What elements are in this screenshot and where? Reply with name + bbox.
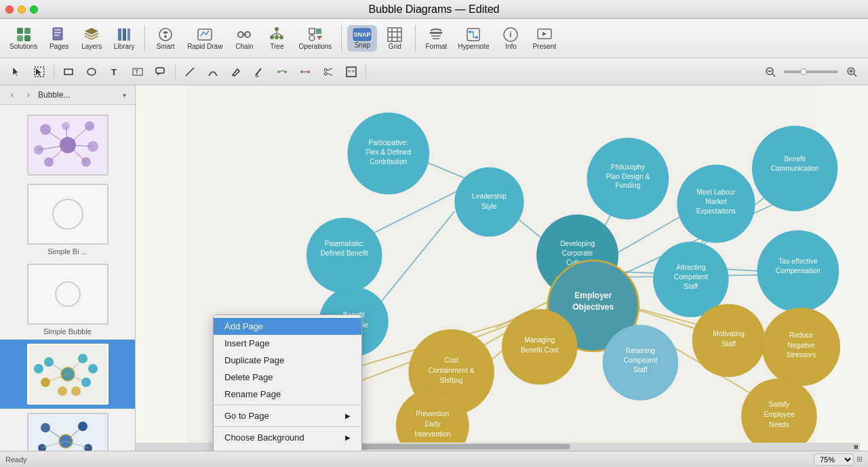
svg-point-42 [475, 36, 478, 39]
rapiddraw-button[interactable]: Rapid Draw [183, 24, 226, 53]
panel-dropdown-button[interactable]: ▾ [119, 89, 130, 100]
menu-choose-background[interactable]: Choose Background ▶ [214, 429, 361, 446]
select-tool[interactable] [5, 62, 27, 81]
menu-insert-page[interactable]: Insert Page [214, 335, 361, 352]
svg-point-15 [164, 35, 167, 38]
svg-line-69 [772, 74, 775, 77]
svg-rect-36 [388, 28, 401, 41]
smart-button[interactable]: Smart [151, 24, 180, 53]
svg-rect-7 [54, 35, 59, 36]
library-button[interactable]: Library [109, 24, 139, 53]
svg-text:Philosophy: Philosophy [611, 163, 646, 171]
pen-tool[interactable] [225, 62, 247, 81]
text-tool[interactable]: T [104, 62, 125, 81]
svg-rect-93 [28, 265, 107, 323]
panel-next-button[interactable]: › [22, 88, 35, 102]
context-menu: Add Page Insert Page Duplicate Page Dele… [213, 314, 362, 451]
hypernote-button[interactable]: Hypernote [454, 24, 493, 53]
svg-text:Style: Style [481, 203, 497, 210]
chain-icon [236, 26, 252, 43]
zoom-select[interactable]: 75% 100% 50% 125% 150% [814, 453, 854, 466]
menu-set-as-background[interactable]: Set as Background for ▶ [214, 446, 361, 451]
brush-tool[interactable] [248, 62, 270, 81]
subselect-tool[interactable] [28, 62, 50, 81]
chain-button[interactable]: Chain [229, 24, 259, 53]
svg-rect-1 [24, 28, 31, 34]
operations-icon [307, 26, 323, 43]
arc-tool[interactable] [202, 62, 224, 81]
callout-tool[interactable] [150, 62, 172, 81]
svg-text:Employer: Employer [574, 291, 612, 300]
svg-rect-27 [309, 28, 315, 34]
svg-text:Plan Design &: Plan Design & [606, 173, 650, 180]
menu-go-to-page[interactable]: Go to Page ▶ [214, 407, 361, 424]
page-thumbnail-5[interactable] [0, 409, 135, 451]
rect-tool[interactable] [58, 62, 79, 81]
pages-button[interactable]: Pages [44, 24, 74, 53]
layers-button[interactable]: Layers [77, 24, 106, 53]
textbox-tool[interactable]: T [127, 62, 149, 81]
tree-button[interactable]: Tree [262, 24, 292, 53]
zoom-in-icon [846, 66, 857, 77]
page-thumbnail-4[interactable] [0, 340, 135, 409]
library-label: Library [114, 43, 135, 50]
svg-text:Needs: Needs [769, 421, 789, 428]
zoom-in-button[interactable] [841, 62, 863, 81]
svg-rect-52 [156, 68, 164, 73]
menu-add-page[interactable]: Add Page [214, 318, 361, 335]
page-thumbnail-3[interactable]: Simple Bubble [0, 260, 135, 340]
svg-rect-11 [118, 28, 121, 41]
svg-text:Shifting: Shifting [440, 377, 463, 384]
svg-point-57 [284, 70, 287, 73]
corner-resize[interactable]: ⊠ [852, 443, 860, 451]
svg-text:Staff: Staff [684, 283, 698, 290]
zoom-out-button[interactable] [760, 62, 781, 81]
snap-button[interactable]: SNAP Snap [347, 25, 377, 52]
svg-point-162 [454, 167, 524, 237]
svg-line-53 [186, 68, 194, 76]
ellipse-tool[interactable] [81, 62, 102, 81]
arc-icon [208, 66, 218, 77]
container-tool[interactable] [340, 62, 362, 81]
svg-text:Prevention: Prevention [416, 410, 449, 418]
svg-text:Staff: Staff [633, 366, 648, 373]
connect-tool[interactable] [294, 62, 316, 81]
zoom-slider-handle[interactable] [800, 68, 807, 75]
format-button[interactable]: Format [421, 24, 451, 53]
zoom-out-icon [765, 66, 776, 77]
page-thumbnail-2[interactable]: Simple Bi ... [0, 180, 135, 260]
pages-panel: ‹ › Bubble... ▾ [0, 85, 136, 451]
present-icon [536, 26, 553, 43]
svg-text:Defined Benefit: Defined Benefit [321, 249, 368, 257]
present-button[interactable]: Present [528, 24, 559, 53]
svg-text:Intervention: Intervention [414, 430, 451, 438]
info-button[interactable]: i Info [496, 24, 526, 53]
panel-prev-button[interactable]: ‹ [5, 88, 19, 102]
canvas-area[interactable]: Participative: Flex & Defined Contributi… [136, 85, 868, 451]
page-thumbnail-1[interactable] [0, 110, 135, 180]
svg-text:Developing: Developing [560, 240, 595, 247]
layers-icon [83, 26, 100, 43]
snap-label: Snap [355, 41, 370, 49]
line-tool[interactable] [179, 62, 201, 81]
rect-icon [63, 66, 74, 77]
svg-line-63 [327, 68, 332, 70]
menu-rename-page[interactable]: Rename Page [214, 386, 361, 403]
svg-line-64 [327, 73, 332, 75]
smart-connect-tool[interactable] [271, 62, 293, 81]
close-button[interactable] [5, 5, 14, 14]
minimize-button[interactable] [18, 5, 26, 14]
grid-button[interactable]: Grid [380, 24, 410, 53]
menu-delete-page[interactable]: Delete Page [214, 369, 361, 386]
svg-text:Negative: Negative [787, 342, 815, 349]
scissors-tool[interactable] [317, 62, 339, 81]
line-icon [184, 66, 195, 77]
menu-duplicate-page[interactable]: Duplicate Page [214, 352, 361, 369]
fullscreen-button[interactable] [30, 5, 38, 14]
svg-text:Reduce: Reduce [789, 331, 814, 339]
operations-button[interactable]: Operations [294, 24, 336, 53]
solutions-button[interactable]: Solutions [5, 24, 41, 53]
zoom-slider[interactable] [784, 70, 838, 73]
fit-button[interactable]: ⊞ [856, 455, 863, 464]
svg-point-104 [34, 364, 43, 373]
